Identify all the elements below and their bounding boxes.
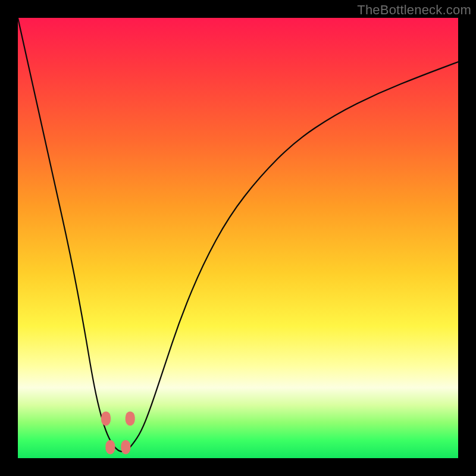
watermark-text: TheBottleneck.com <box>357 2 471 18</box>
curve-svg <box>18 18 458 458</box>
curve-marker-0 <box>101 411 111 425</box>
bottleneck-curve-path <box>18 18 458 452</box>
curve-marker-3 <box>121 440 130 455</box>
curve-marker-2 <box>105 440 115 455</box>
chart-frame: TheBottleneck.com <box>0 0 476 476</box>
plot-area <box>18 18 458 458</box>
curve-marker-1 <box>126 411 135 425</box>
